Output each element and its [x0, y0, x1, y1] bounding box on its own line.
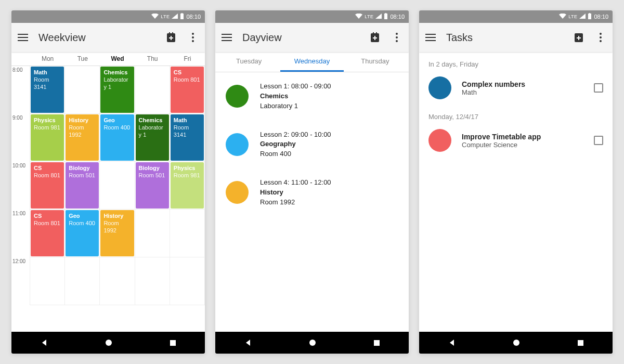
event-block[interactable]: PhysicsRoom 981: [171, 162, 204, 209]
battery-icon: [588, 13, 592, 20]
android-navbar: [215, 332, 409, 354]
task-item[interactable]: Improve Timetable appComputer Science: [419, 124, 613, 157]
event-block[interactable]: GeoRoom 400: [66, 210, 99, 256]
calendar-slot[interactable]: GeoRoom 400: [65, 210, 100, 257]
calendar-slot[interactable]: PhysicsRoom 981: [30, 114, 65, 162]
add-task-button[interactable]: [573, 32, 584, 43]
task-checkbox[interactable]: [594, 136, 603, 145]
event-block[interactable]: ChemicsLaboratory 1: [136, 114, 169, 161]
calendar-slot[interactable]: [65, 66, 100, 114]
task-item[interactable]: Complex numbersMath: [419, 71, 613, 105]
add-event-button[interactable]: [369, 32, 381, 43]
event-block[interactable]: HistoryRoom 1992: [100, 210, 134, 256]
calendar-slot[interactable]: MathRoom 3141: [170, 114, 205, 162]
menu-icon[interactable]: [18, 34, 28, 41]
event-block[interactable]: GeoRoom 400: [100, 114, 134, 161]
week-day-header[interactable]: Fri: [170, 52, 205, 66]
svg-rect-1: [181, 13, 183, 14]
event-subject: Math: [174, 117, 201, 124]
lesson-list[interactable]: Lesson 1: 08:00 - 09:00ChemicsLaboratory…: [215, 72, 409, 217]
menu-icon[interactable]: [425, 34, 436, 41]
calendar-slot[interactable]: CSRoom 801: [30, 162, 65, 210]
task-checkbox[interactable]: [594, 83, 603, 93]
home-button[interactable]: [309, 339, 316, 346]
recent-button[interactable]: [373, 340, 380, 346]
lesson-location: Laboratory 1: [260, 101, 331, 111]
status-bar: LTE 08:10: [419, 10, 613, 23]
event-block[interactable]: ChemicsLaboratory 1: [100, 67, 134, 113]
overflow-menu-icon[interactable]: [595, 32, 606, 43]
week-header-row: MonTueWedThuFri: [11, 52, 205, 66]
lesson-time-label: Lesson 4: 11:00 - 12:00: [260, 178, 331, 188]
calendar-slot[interactable]: [100, 257, 135, 305]
calendar-slot[interactable]: [100, 162, 135, 210]
lesson-item[interactable]: Lesson 4: 11:00 - 12:00HistoryRoom 1992: [215, 168, 409, 217]
event-block[interactable]: PhysicsRoom 981: [31, 114, 64, 161]
calendar-slot[interactable]: GeoRoom 400: [100, 114, 135, 162]
add-event-button[interactable]: [165, 32, 177, 43]
event-block[interactable]: BiologyRoom 501: [136, 162, 169, 209]
svg-rect-7: [384, 14, 387, 19]
event-block[interactable]: CSRoom 801: [171, 67, 204, 113]
tasks-content[interactable]: In 2 days, FridayComplex numbersMathMond…: [419, 52, 613, 332]
svg-rect-6: [170, 340, 176, 346]
svg-rect-14: [588, 14, 591, 19]
calendar-slot[interactable]: CSRoom 801: [30, 210, 65, 257]
lesson-item[interactable]: Lesson 1: 08:00 - 09:00ChemicsLaboratory…: [215, 72, 409, 121]
event-subject: CS: [174, 69, 201, 76]
calendar-slot[interactable]: MathRoom 3141: [30, 66, 65, 114]
day-tab[interactable]: Thursday: [344, 52, 407, 72]
calendar-slot[interactable]: ChemicsLaboratory 1: [100, 66, 135, 114]
back-button[interactable]: [244, 339, 252, 347]
day-tab[interactable]: Wednesday: [280, 52, 343, 72]
task-subject: Computer Science: [462, 141, 583, 149]
svg-rect-4: [172, 32, 173, 34]
calendar-slot[interactable]: BiologyRoom 501: [65, 162, 100, 210]
home-button[interactable]: [105, 339, 112, 346]
calendar-slot[interactable]: [30, 257, 65, 305]
week-day-header[interactable]: Tue: [65, 52, 100, 66]
status-bar: LTE 08:10: [215, 10, 409, 23]
lesson-text: Lesson 2: 09:00 - 10:00GeographyRoom 400: [260, 130, 331, 160]
calendar-slot[interactable]: HistoryRoom 1992: [100, 210, 135, 257]
subject-color-icon: [226, 133, 249, 156]
calendar-slot[interactable]: [135, 66, 170, 114]
calendar-slot[interactable]: HistoryRoom 1992: [65, 114, 100, 162]
week-day-header[interactable]: Thu: [135, 52, 170, 66]
lte-label: LTE: [365, 14, 373, 19]
overflow-menu-icon[interactable]: [391, 32, 402, 43]
battery-icon: [180, 13, 184, 20]
calendar-slot[interactable]: [170, 257, 205, 305]
event-block[interactable]: MathRoom 3141: [31, 67, 64, 113]
calendar-slot[interactable]: [135, 210, 170, 257]
home-button[interactable]: [513, 339, 520, 346]
calendar-slot[interactable]: PhysicsRoom 981: [170, 162, 205, 210]
lesson-item[interactable]: Lesson 2: 09:00 - 10:00GeographyRoom 400: [215, 121, 409, 169]
menu-icon[interactable]: [222, 34, 232, 41]
calendar-slot[interactable]: [65, 257, 100, 305]
lesson-subject: Chemics: [260, 92, 331, 101]
calendar-slot[interactable]: [170, 210, 205, 257]
week-grid[interactable]: 8:00MathRoom 3141ChemicsLaboratory 1CSRo…: [11, 66, 205, 305]
event-block[interactable]: BiologyRoom 501: [66, 162, 99, 209]
svg-rect-10: [373, 32, 374, 34]
week-day-header[interactable]: Wed: [100, 52, 135, 66]
event-block[interactable]: HistoryRoom 1992: [66, 114, 99, 161]
task-text: Improve Timetable appComputer Science: [462, 133, 583, 149]
recent-button[interactable]: [577, 340, 584, 346]
day-tab[interactable]: Tuesday: [217, 52, 280, 72]
calendar-slot[interactable]: [135, 257, 170, 305]
overflow-menu-icon[interactable]: [187, 32, 199, 43]
recent-button[interactable]: [170, 340, 176, 346]
back-button[interactable]: [448, 339, 456, 347]
event-block[interactable]: CSRoom 801: [31, 210, 64, 256]
calendar-slot[interactable]: CSRoom 801: [170, 66, 205, 114]
event-block[interactable]: CSRoom 801: [31, 162, 64, 209]
hour-label: 10:00: [11, 162, 30, 210]
back-button[interactable]: [40, 339, 48, 347]
toolbar: Weekview: [11, 23, 205, 52]
calendar-slot[interactable]: ChemicsLaboratory 1: [135, 114, 170, 162]
event-block[interactable]: MathRoom 3141: [171, 114, 204, 161]
calendar-slot[interactable]: BiologyRoom 501: [135, 162, 170, 210]
week-day-header[interactable]: Mon: [30, 52, 65, 66]
